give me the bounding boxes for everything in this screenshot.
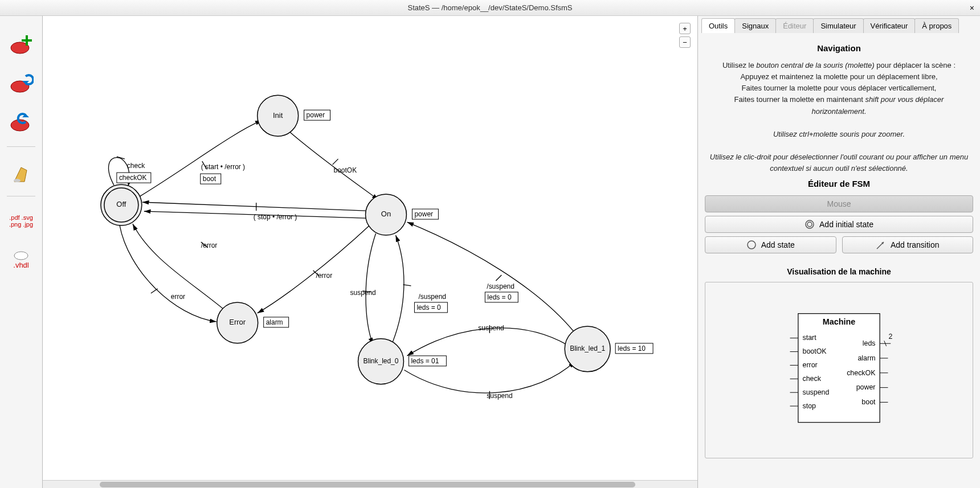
machine-viz-heading: Visualisation de la machine — [705, 267, 973, 276]
svg-text:2: 2 — [888, 333, 892, 341]
transition-label: suspend — [478, 324, 504, 332]
svg-text:stop: stop — [802, 402, 816, 410]
toolbar-divider — [7, 146, 35, 147]
state-on[interactable]: On — [381, 210, 391, 218]
svg-point-39 — [807, 222, 812, 227]
state-icon — [746, 240, 757, 250]
transition-label: ( start • /error ) — [201, 163, 245, 171]
nav-help-text: Utilisez le bouton central de la souris … — [705, 60, 973, 174]
svg-line-16 — [151, 289, 158, 293]
tab-editeur: Éditeur — [775, 18, 814, 33]
transition-label: /suspend — [418, 293, 446, 301]
state-blink-led-0[interactable]: Blink_led_0 — [364, 357, 399, 365]
svg-text:bootOK: bootOK — [802, 348, 827, 356]
svg-point-9 — [14, 252, 28, 260]
svg-text:leds: leds — [863, 339, 876, 347]
export-pdf-label: .pdf .svg — [9, 214, 33, 221]
export-vhdl-label: .vhdl — [13, 261, 28, 269]
tab-simulateur[interactable]: Simulateur — [813, 18, 863, 33]
export-vhdl-button[interactable]: .vhdl — [7, 245, 35, 274]
tab-signaux[interactable]: Signaux — [734, 18, 776, 33]
add-initial-state-button[interactable]: Add initial state — [705, 216, 973, 233]
svg-text:checkOK: checkOK — [847, 369, 876, 377]
state-init[interactable]: Init — [273, 111, 283, 120]
window-title: StateS — /home/epok__/dev/StateS/Demo.Sf… — [407, 3, 572, 12]
svg-point-8 — [14, 179, 21, 182]
save-file-button[interactable] — [7, 108, 35, 136]
zoom-out-button[interactable]: − — [679, 36, 691, 48]
svg-text:start: start — [802, 334, 816, 342]
svg-text:check: check — [802, 375, 821, 383]
transition-label: /error — [316, 272, 333, 280]
mouse-tool-button[interactable]: Mouse — [705, 195, 973, 212]
new-file-button[interactable] — [7, 30, 35, 59]
machine-title: Machine — [823, 317, 855, 326]
svg-text:power: power — [856, 384, 876, 392]
clear-button[interactable] — [7, 157, 35, 186]
svg-text:error: error — [802, 362, 817, 370]
add-state-button[interactable]: Add state — [705, 236, 836, 253]
transition-label: suspend — [350, 289, 376, 297]
right-panel: Outils Signaux Éditeur Simulateur Vérifi… — [698, 16, 980, 488]
state-error[interactable]: Error — [229, 318, 246, 326]
tab-apropos[interactable]: À propos — [914, 18, 959, 33]
transition-label: ( stop • /error ) — [254, 213, 297, 221]
tab-verificateur[interactable]: Vérificateur — [863, 18, 916, 33]
tab-outils[interactable]: Outils — [701, 18, 735, 33]
state-output: checkOK — [119, 174, 147, 182]
window-close-button[interactable]: × — [970, 3, 974, 13]
svg-text:suspend: suspend — [802, 388, 829, 396]
transition-label: check — [127, 162, 145, 170]
svg-rect-2 — [22, 39, 32, 42]
scrollbar-thumb[interactable] — [100, 482, 635, 487]
state-output: alarm — [266, 318, 283, 326]
state-blink-led-1[interactable]: Blink_led_1 — [570, 345, 605, 352]
transition-label: bootOK — [334, 166, 357, 174]
machine-visualization: Machine start bootOK error check suspend… — [705, 282, 973, 458]
transition-label: error — [171, 293, 185, 301]
transition-action: leds = 0 — [487, 293, 512, 301]
transition-action: leds = 0 — [416, 304, 441, 311]
panel-tabs: Outils Signaux Éditeur Simulateur Vérifi… — [701, 18, 977, 33]
nav-heading: Navigation — [705, 43, 973, 53]
zoom-in-button[interactable]: + — [679, 23, 691, 34]
toolbar-divider — [7, 196, 35, 196]
window-titlebar: StateS — /home/epok__/dev/StateS/Demo.Sf… — [0, 0, 980, 16]
add-transition-button[interactable]: Add transition — [842, 236, 974, 253]
svg-line-13 — [333, 159, 338, 165]
svg-text:alarm: alarm — [858, 354, 875, 362]
initial-state-icon — [805, 219, 815, 229]
open-file-button[interactable] — [7, 69, 35, 97]
export-png-label: .png .jpg — [9, 221, 33, 228]
diagram-canvas[interactable]: + − check ( start • /error ) boot bo — [43, 16, 698, 488]
export-image-button[interactable]: .pdf .svg .png .jpg — [7, 207, 35, 235]
left-toolbar: .pdf .svg .png .jpg .vhdl — [0, 16, 43, 488]
transition-label: suspend — [487, 392, 512, 400]
state-output: leds = 01 — [411, 357, 439, 365]
fsm-editor-heading: Éditeur de FSM — [705, 179, 973, 188]
state-off[interactable]: Off — [116, 200, 126, 208]
transition-action: boot — [203, 175, 217, 183]
svg-line-21 — [496, 275, 501, 281]
state-output: power — [307, 111, 325, 119]
transition-icon — [876, 240, 886, 250]
state-output: power — [414, 210, 433, 218]
svg-point-38 — [806, 220, 814, 228]
svg-text:boot: boot — [861, 399, 876, 407]
state-output: leds = 10 — [618, 345, 646, 352]
svg-point-40 — [748, 241, 756, 249]
transition-label: /suspend — [487, 282, 514, 290]
transition-label: /error — [201, 241, 218, 249]
horizontal-scrollbar[interactable] — [43, 480, 697, 488]
svg-line-19 — [403, 285, 411, 286]
